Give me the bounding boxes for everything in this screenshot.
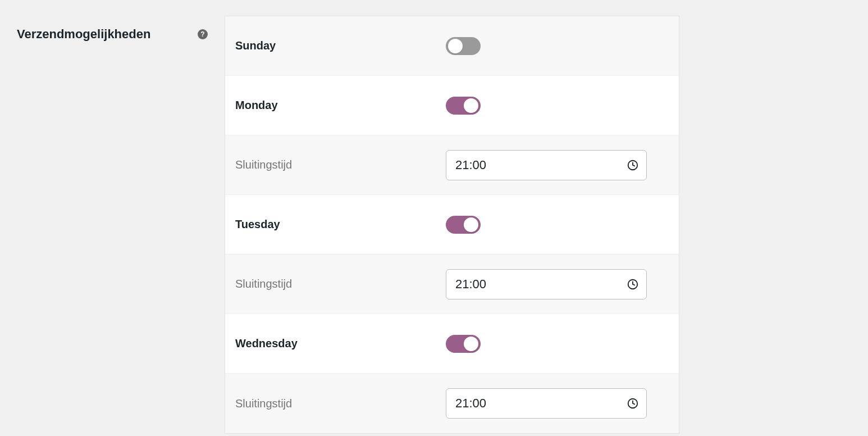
day-label: Sunday [235,39,446,52]
day-row-monday: Monday [225,76,679,135]
day-toggle-control [446,335,481,353]
day-row-tuesday: Tuesday [225,195,679,255]
closing-time-row-monday: Sluitingstijd [225,135,679,195]
section-title: Verzendmogelijkheden [17,27,150,42]
toggle-knob [464,217,478,232]
toggle-knob [464,98,478,113]
closing-time-label: Sluitingstijd [235,397,446,410]
day-label: Tuesday [235,218,446,231]
toggle-tuesday[interactable] [446,216,481,234]
closing-time-input-monday[interactable] [446,150,647,180]
toggle-sunday[interactable] [446,37,481,55]
toggle-knob [464,337,478,351]
time-input-wrapper [446,150,647,180]
time-input-wrapper [446,388,647,419]
day-label: Monday [235,99,446,112]
help-icon[interactable]: ? [198,29,208,39]
day-row-sunday: Sunday [225,16,679,76]
toggle-wednesday[interactable] [446,335,481,353]
closing-time-label: Sluitingstijd [235,158,446,171]
closing-time-row-tuesday: Sluitingstijd [225,255,679,314]
toggle-monday[interactable] [446,97,481,115]
day-toggle-control [446,216,481,234]
day-label: Wednesday [235,337,446,350]
day-row-wednesday: Wednesday [225,314,679,374]
settings-wrapper: Verzendmogelijkheden ? Sunday Monday Slu… [0,0,868,434]
closing-time-input-wednesday[interactable] [446,388,647,419]
toggle-knob [448,39,463,53]
time-input-wrapper [446,269,647,299]
closing-time-label: Sluitingstijd [235,278,446,290]
section-label-column: Verzendmogelijkheden ? [0,0,225,434]
day-toggle-control [446,37,481,55]
days-panel: Sunday Monday Sluitingstijd [225,16,679,434]
closing-time-input-tuesday[interactable] [446,269,647,299]
closing-time-row-wednesday: Sluitingstijd [225,374,679,433]
day-toggle-control [446,97,481,115]
